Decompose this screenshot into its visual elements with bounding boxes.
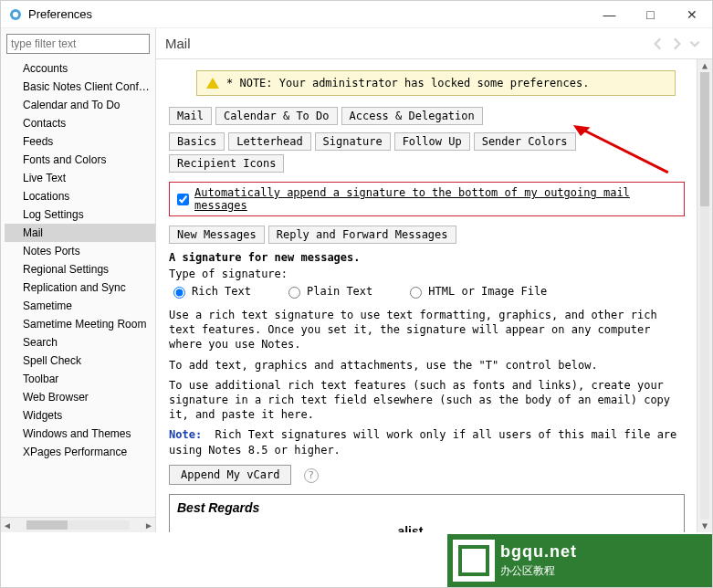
info-para-1: Use a rich text signature to use text fo…	[169, 308, 685, 352]
tab-reply-and-forward-messages[interactable]: Reply and Forward Messages	[268, 226, 456, 244]
watermark-logo	[453, 540, 495, 582]
info-para-4: Note: Rich Text signatures will work onl…	[169, 427, 685, 457]
tab-mail[interactable]: Mail	[169, 107, 212, 125]
sidebar-item-basic-notes-client-configu[interactable]: Basic Notes Client Configu	[5, 78, 155, 96]
sidebar-item-log-settings[interactable]: Log Settings	[5, 205, 155, 224]
tab-recipient-icons[interactable]: Recipient Icons	[169, 154, 284, 173]
sidebar-item-search[interactable]: Search	[5, 333, 155, 352]
tab-follow-up[interactable]: Follow Up	[394, 132, 470, 151]
auto-signature-checkbox[interactable]	[177, 194, 189, 205]
radio-html-or-image-file[interactable]: HTML or Image File	[405, 284, 547, 299]
message-type-tabs: New MessagesReply and Forward Messages	[169, 226, 685, 244]
sidebar-item-contacts[interactable]: Contacts	[5, 114, 155, 132]
sig-line-1: Best Regards	[177, 500, 676, 515]
sidebar-item-windows-and-themes[interactable]: Windows and Themes	[5, 425, 155, 443]
append-vcard-button[interactable]: Append My vCard	[169, 465, 291, 485]
sidebar-item-locations[interactable]: Locations	[5, 187, 155, 205]
tab-basics[interactable]: Basics	[169, 132, 225, 151]
sidebar-item-regional-settings[interactable]: Regional Settings	[5, 260, 155, 278]
watermark: bgqu.net 办公区教程	[447, 534, 712, 587]
auto-signature-label: Automatically append a signature to the …	[194, 186, 676, 212]
watermark-line2: 办公区教程	[500, 563, 577, 579]
content-vertical-scrollbar[interactable]: ▲▼	[697, 59, 712, 532]
app-icon	[8, 7, 23, 22]
sidebar: AccountsBasic Notes Client ConfiguCalend…	[1, 28, 156, 532]
sidebar-item-notes-ports[interactable]: Notes Ports	[5, 242, 155, 260]
sidebar-item-live-text[interactable]: Live Text	[5, 169, 155, 187]
tab-letterhead[interactable]: Letterhead	[228, 132, 310, 151]
info-para-2: To add text, graphics and attachments, u…	[169, 358, 685, 373]
type-label: Type of signature:	[169, 268, 685, 280]
admin-note-bar: * NOTE: Your administrator has locked so…	[196, 70, 676, 96]
help-icon[interactable]: ?	[304, 468, 319, 483]
section-title: A signature for new messages.	[169, 251, 685, 264]
sidebar-item-widgets[interactable]: Widgets	[5, 406, 155, 425]
tab-new-messages[interactable]: New Messages	[169, 226, 265, 244]
tab-calendar-to-do[interactable]: Calendar & To Do	[215, 107, 338, 125]
tab-sender-colors[interactable]: Sender Colors	[474, 132, 576, 151]
filter-input[interactable]	[6, 34, 150, 54]
maximize-button[interactable]: □	[630, 1, 671, 28]
svg-marker-3	[571, 118, 590, 137]
sidebar-item-toolbar[interactable]: Toolbar	[5, 370, 155, 388]
tab-signature[interactable]: Signature	[315, 132, 391, 151]
sidebar-item-accounts[interactable]: Accounts	[5, 59, 155, 78]
page-title: Mail	[165, 36, 191, 51]
sidebar-item-sametime-meeting-room[interactable]: Sametime Meeting Room	[5, 315, 155, 333]
close-button[interactable]: ✕	[671, 1, 712, 28]
signature-type-radios: Rich TextPlain TextHTML or Image File	[169, 284, 685, 299]
forward-icon[interactable]	[668, 36, 685, 52]
sidebar-horizontal-scrollbar[interactable]: ◄►	[1, 517, 155, 532]
content-area: * NOTE: Your administrator has locked so…	[156, 59, 712, 532]
title-bar: Preferences ― □ ✕	[1, 1, 712, 28]
dropdown-icon[interactable]	[687, 36, 703, 52]
sidebar-item-spell-check[interactable]: Spell Check	[5, 352, 155, 370]
main-header: Mail	[156, 28, 712, 59]
svg-point-1	[13, 12, 18, 17]
sidebar-item-sametime[interactable]: Sametime	[5, 297, 155, 315]
auto-signature-checkbox-row[interactable]: Automatically append a signature to the …	[169, 182, 685, 216]
radio-plain-text[interactable]: Plain Text	[284, 284, 372, 299]
sidebar-item-calendar-and-to-do[interactable]: Calendar and To Do	[5, 96, 155, 114]
sidebar-item-feeds[interactable]: Feeds	[5, 132, 155, 151]
radio-rich-text[interactable]: Rich Text	[169, 284, 251, 299]
watermark-line1: bgqu.net	[500, 542, 577, 562]
note-label: Note:	[169, 428, 202, 441]
minimize-button[interactable]: ―	[589, 1, 630, 28]
category-tree: AccountsBasic Notes Client ConfiguCalend…	[1, 59, 155, 517]
warning-icon	[206, 78, 219, 89]
sidebar-item-xpages-performance[interactable]: XPages Performance	[5, 443, 155, 461]
signature-editor[interactable]: Best Regards xxxxxxxxxxxxxxxxxxxxxxxxxxx…	[169, 494, 685, 532]
info-para-3: To use additional rich text features (su…	[169, 378, 685, 423]
window-title: Preferences	[28, 7, 92, 21]
sidebar-item-mail[interactable]: Mail	[5, 224, 155, 242]
sidebar-item-web-browser[interactable]: Web Browser	[5, 388, 155, 406]
back-icon[interactable]	[650, 36, 666, 52]
admin-note-text: * NOTE: Your administrator has locked so…	[226, 77, 589, 89]
tab-access-delegation[interactable]: Access & Delegation	[341, 107, 483, 125]
sidebar-item-fonts-and-colors[interactable]: Fonts and Colors	[5, 151, 155, 169]
sidebar-item-replication-and-sync[interactable]: Replication and Sync	[5, 278, 155, 297]
